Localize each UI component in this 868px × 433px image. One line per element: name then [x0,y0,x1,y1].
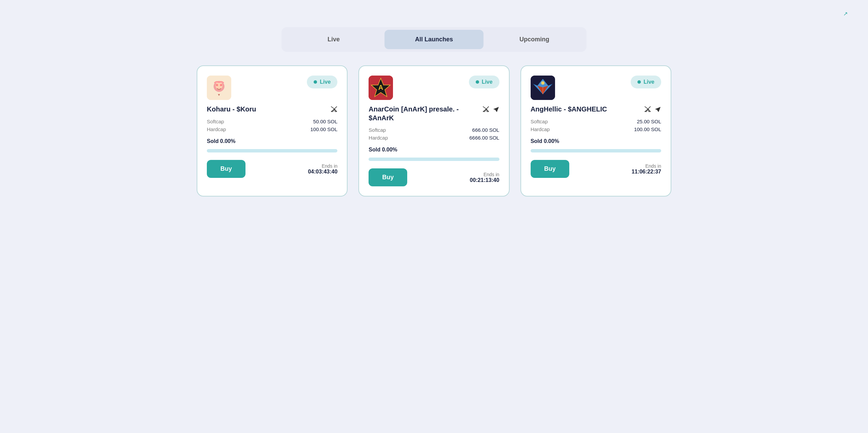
card-name-koharu: Koharu - $Koru [207,105,256,114]
cards-grid: ♥ Live Koharu - $Koru [197,65,671,197]
hardcap-row-anarcoin: Hardcap 6666.00 SOL [369,135,499,141]
card-header-anghellic: Live [531,76,661,100]
social-icons-koharu [331,106,337,114]
buy-button-koharu[interactable]: Buy [207,160,245,178]
live-dot-anghellic [637,80,641,84]
softcap-label-anarcoin: Softcap [369,127,386,133]
card-logo-anghellic [531,76,555,100]
live-status-koharu: Live [320,79,331,85]
live-badge-anarcoin: Live [469,76,499,88]
card-anarcoin: A Live AnarCoin [AnArK] presale. - $AnAr… [358,65,509,197]
buy-button-anghellic[interactable]: Buy [531,160,569,178]
twitter-icon-anghellic[interactable] [644,106,651,114]
tab-all[interactable]: All Launches [384,30,484,49]
hardcap-row-anghellic: Hardcap 100.00 SOL [531,126,661,132]
softcap-value-koharu: 50.00 SOL [313,119,338,124]
twitter-icon-koharu[interactable] [331,106,337,114]
softcap-row-anarcoin: Softcap 666.00 SOL [369,127,499,133]
softcap-value-anarcoin: 666.00 SOL [472,127,499,133]
card-logo-anarcoin: A [369,76,393,100]
live-badge-koharu: Live [307,76,337,88]
ends-in-koharu: Ends in 04:03:43:40 [308,163,337,175]
external-link-icon: ↗ [843,11,848,17]
hardcap-value-anarcoin: 6666.00 SOL [469,135,499,141]
svg-point-3 [216,84,218,86]
progress-bar-koharu [207,149,337,152]
softcap-row-anghellic: Softcap 25.00 SOL [531,119,661,124]
progress-bar-anarcoin [369,158,499,161]
card-header-anarcoin: A Live [369,76,499,100]
tab-upcoming[interactable]: Upcoming [485,30,584,49]
ends-in-time-anarcoin: 00:21:13:40 [470,177,499,183]
ends-in-time-anghellic: 11:06:22:37 [632,169,661,175]
ends-in-anarcoin: Ends in 00:21:13:40 [470,172,499,183]
softcap-row-koharu: Softcap 50.00 SOL [207,119,337,124]
tabs-container: Live All Launches Upcoming [281,27,587,52]
ends-in-anghellic: Ends in 11:06:22:37 [632,163,661,175]
twitter-icon-anarcoin[interactable] [482,106,489,114]
softcap-label-anghellic: Softcap [531,119,548,124]
card-logo-koharu: ♥ [207,76,231,100]
card-footer-anarcoin: Buy Ends in 00:21:13:40 [369,168,499,186]
tab-live[interactable]: Live [284,30,383,49]
hardcap-label-anghellic: Hardcap [531,126,550,132]
sold-label-anarcoin: Sold 0.00% [369,147,499,153]
card-stats-koharu: Softcap 50.00 SOL Hardcap 100.00 SOL [207,119,337,132]
svg-point-10 [541,81,545,85]
svg-text:♥: ♥ [218,93,220,97]
card-footer-anghellic: Buy Ends in 11:06:22:37 [531,160,661,178]
social-icons-anghellic [644,106,661,114]
card-title-row-anarcoin: AnarCoin [AnArK] presale. - $AnArK [369,105,499,122]
live-badge-anghellic: Live [631,76,661,88]
card-name-anghellic: AngHellic - $ANGHELIC [531,105,607,114]
card-stats-anghellic: Softcap 25.00 SOL Hardcap 100.00 SOL [531,119,661,132]
svg-point-4 [220,84,222,86]
live-status-anarcoin: Live [482,79,493,85]
create-presale-link[interactable]: ↗ [841,11,848,17]
hardcap-label-anarcoin: Hardcap [369,135,388,141]
hardcap-value-koharu: 100.00 SOL [310,126,337,132]
progress-bar-anghellic [531,149,661,152]
sold-label-koharu: Sold 0.00% [207,138,337,144]
hardcap-value-anghellic: 100.00 SOL [634,126,661,132]
live-dot-koharu [314,80,317,84]
card-stats-anarcoin: Softcap 666.00 SOL Hardcap 6666.00 SOL [369,127,499,141]
card-koharu: ♥ Live Koharu - $Koru [197,65,348,197]
card-anghellic: Live AngHellic - $ANGHELIC [520,65,671,197]
live-status-anghellic: Live [644,79,654,85]
card-footer-koharu: Buy Ends in 04:03:43:40 [207,160,337,178]
ends-in-time-koharu: 04:03:43:40 [308,169,337,175]
social-icons-anarcoin [482,106,499,114]
telegram-icon-anghellic[interactable] [654,106,661,114]
sold-label-anghellic: Sold 0.00% [531,138,661,144]
telegram-icon-anarcoin[interactable] [493,106,499,114]
svg-text:A: A [378,84,383,91]
hardcap-row-koharu: Hardcap 100.00 SOL [207,126,337,132]
softcap-label-koharu: Softcap [207,119,224,124]
card-header-koharu: ♥ Live [207,76,337,100]
live-dot-anarcoin [476,80,479,84]
hardcap-label-koharu: Hardcap [207,126,226,132]
card-title-row-anghellic: AngHellic - $ANGHELIC [531,105,661,114]
card-name-anarcoin: AnarCoin [AnArK] presale. - $AnArK [369,105,482,122]
softcap-value-anghellic: 25.00 SOL [637,119,661,124]
buy-button-anarcoin[interactable]: Buy [369,168,407,186]
card-title-row-koharu: Koharu - $Koru [207,105,337,114]
